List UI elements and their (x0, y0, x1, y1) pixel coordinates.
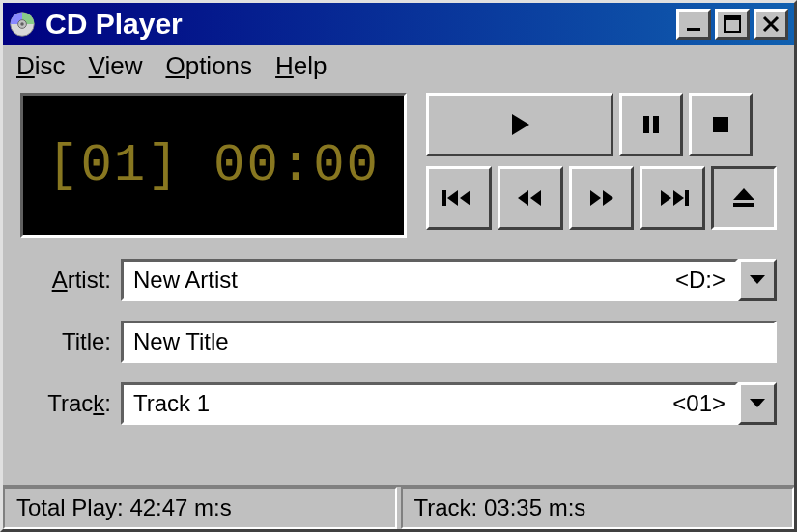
chevron-down-icon (749, 274, 766, 286)
window-title: CD Player (45, 8, 672, 41)
svg-rect-6 (643, 116, 649, 133)
fast-forward-icon (586, 187, 615, 209)
artist-value: New Artist (133, 266, 675, 294)
menu-help[interactable]: Help (275, 51, 327, 81)
svg-rect-10 (685, 190, 689, 206)
artist-label: Artist: (20, 266, 121, 294)
rewind-icon (516, 187, 545, 209)
svg-rect-7 (653, 116, 659, 133)
title-field[interactable]: New Title (121, 321, 777, 363)
svg-rect-9 (442, 190, 446, 206)
titlebar: CD Player (3, 3, 794, 45)
maximize-button[interactable] (715, 9, 750, 40)
close-button[interactable] (754, 9, 788, 40)
rewind-button[interactable] (498, 166, 563, 230)
play-icon (506, 111, 533, 138)
content-area: [01] 00:00 (3, 89, 794, 485)
track-dropdown-button[interactable] (738, 382, 777, 425)
title-row: Title: New Title (20, 321, 777, 363)
display-text: [01] 00:00 (47, 136, 380, 195)
fast-forward-button[interactable] (569, 166, 635, 230)
skip-next-icon (656, 187, 689, 209)
skip-previous-button[interactable] (426, 166, 492, 230)
svg-point-2 (20, 22, 24, 26)
cd-icon (9, 11, 36, 38)
title-label: Title: (20, 328, 121, 355)
status-track-time: Track: 03:35 m:s (401, 487, 795, 529)
menu-options[interactable]: Options (165, 51, 252, 81)
svg-rect-5 (725, 16, 740, 20)
menu-disc[interactable]: Disc (16, 51, 66, 81)
svg-rect-11 (733, 203, 754, 207)
play-button[interactable] (426, 93, 613, 156)
track-field[interactable]: Track 1 <01> (121, 382, 738, 425)
track-row: Track: Track 1 <01> (20, 382, 777, 425)
svg-rect-8 (713, 117, 728, 132)
artist-dropdown-button[interactable] (738, 259, 777, 301)
statusbar: Total Play: 42:47 m:s Track: 03:35 m:s (3, 485, 794, 529)
svg-rect-3 (687, 28, 700, 31)
menu-view[interactable]: View (89, 51, 143, 81)
eject-icon (731, 186, 756, 210)
top-row: [01] 00:00 (20, 93, 777, 238)
track-value: Track 1 (133, 390, 672, 417)
track-label: Track: (20, 390, 121, 417)
minimize-button[interactable] (676, 9, 711, 40)
stop-button[interactable] (689, 93, 753, 156)
title-value: New Title (133, 328, 764, 355)
track-index: <01> (672, 390, 726, 417)
time-display: [01] 00:00 (20, 93, 407, 238)
eject-button[interactable] (711, 166, 777, 230)
artist-index: <D:> (675, 266, 726, 294)
chevron-down-icon (749, 398, 766, 409)
status-total-play: Total Play: 42:47 m:s (3, 487, 397, 529)
transport-controls (426, 93, 777, 238)
pause-button[interactable] (619, 93, 683, 156)
skip-next-button[interactable] (640, 166, 705, 230)
window: CD Player Disc View Options Help [01] 00… (0, 0, 797, 532)
artist-field[interactable]: New Artist <D:> (121, 259, 738, 301)
stop-icon (709, 113, 732, 136)
skip-previous-icon (442, 187, 475, 209)
menubar: Disc View Options Help (3, 45, 794, 89)
pause-icon (640, 113, 663, 136)
artist-row: Artist: New Artist <D:> (20, 259, 777, 301)
